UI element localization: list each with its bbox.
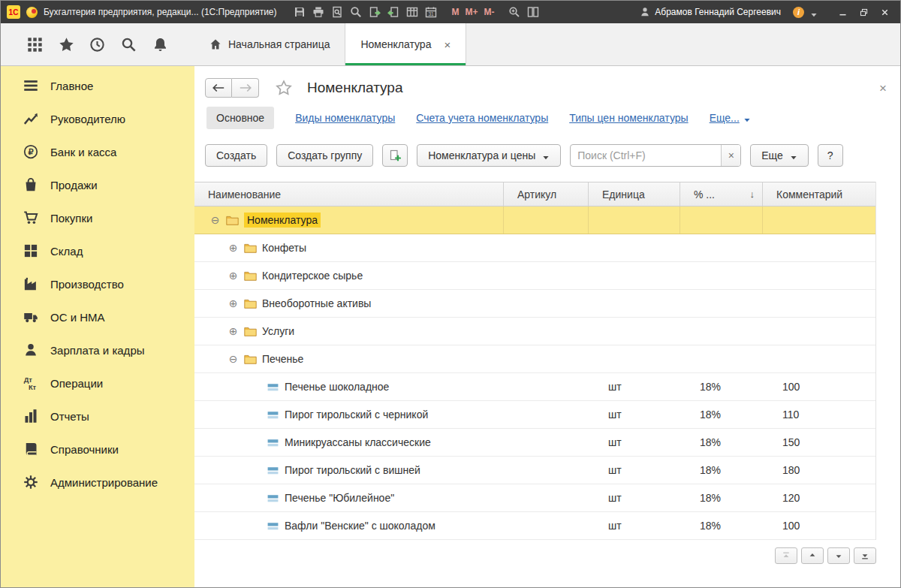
collapse-icon[interactable]: ⊖ [228, 354, 239, 364]
save-icon[interactable] [294, 6, 306, 18]
expand-icon[interactable]: ⊕ [228, 326, 239, 336]
table-row[interactable]: ⊕Услуги [194, 318, 875, 345]
1c-ball-icon [26, 7, 38, 18]
expand-icon[interactable]: ⊕ [228, 243, 239, 253]
column-header-vat[interactable]: % ...↓ [680, 182, 763, 206]
zoom-icon[interactable] [508, 6, 520, 18]
sidebar-item-label: Производство [50, 278, 124, 291]
sidebar-item-reports[interactable]: Отчеты [1, 400, 194, 433]
titlebar: 1С Бухгалтерия предприятия, редакци... (… [1, 1, 900, 23]
favorites-button[interactable] [59, 37, 74, 53]
table-row[interactable]: Пирог тирольский с черникойшт18%110 [194, 401, 875, 429]
copy-to-clipboard-icon[interactable] [387, 6, 399, 18]
sidebar-item-manager[interactable]: Руководителю [1, 102, 194, 135]
create-button[interactable]: Создать [205, 144, 267, 167]
cell-article [504, 318, 589, 345]
main-menu-button[interactable] [27, 37, 43, 53]
column-header-unit[interactable]: Единица [589, 182, 680, 206]
history-back-button[interactable] [205, 78, 232, 98]
sidebar-item-sales[interactable]: Продажи [1, 168, 194, 201]
sidebar-item-operations[interactable]: ДтКтОперации [1, 366, 194, 400]
create-group-button[interactable]: Создать группу [276, 144, 373, 167]
search-clear-icon[interactable]: × [721, 145, 740, 166]
sidebar-item-salary-hr[interactable]: Зарплата и кадры [1, 333, 194, 366]
nav-link-nomenclature-kinds[interactable]: Виды номенклатуры [295, 112, 395, 124]
cell-name: ⊕Кондитерское сырье [194, 262, 504, 289]
memory-button[interactable]: М- [484, 7, 495, 17]
sidebar-item-catalogs[interactable]: Справочники [1, 433, 194, 466]
collapse-icon[interactable]: ⊖ [209, 215, 221, 225]
expand-icon[interactable]: ⊕ [228, 270, 239, 281]
list-page-down-button[interactable] [827, 547, 850, 564]
expand-icon[interactable]: ⊕ [228, 298, 239, 309]
restore-button[interactable] [854, 4, 873, 20]
page-header: Номенклатура × [194, 66, 900, 105]
sidebar-item-production[interactable]: Производство [1, 267, 194, 300]
table-row[interactable]: ⊕Конфеты [194, 234, 875, 262]
sidebar-item-bank-cash[interactable]: ₽Банк и касса [1, 135, 194, 168]
sidebar-item-main[interactable]: Главное [1, 69, 194, 102]
nav-link-main[interactable]: Основное [206, 107, 274, 129]
split-view-icon[interactable] [527, 6, 539, 18]
more-button[interactable]: Еще [750, 144, 809, 167]
tab-home[interactable]: Начальная страница [194, 23, 345, 65]
find-icon[interactable] [350, 6, 362, 18]
bag-icon [23, 177, 38, 192]
history-forward-button[interactable] [232, 78, 259, 98]
memory-button[interactable]: М [452, 7, 460, 17]
sidebar-item-administration[interactable]: Администрирование [1, 466, 194, 499]
search-input[interactable] [571, 149, 721, 161]
show-table-icon[interactable] [406, 6, 418, 18]
favorite-star-icon[interactable] [276, 80, 292, 96]
info-icon[interactable]: i [793, 7, 804, 18]
table-row[interactable]: Пирог тирольский с вишнейшт18%180 [194, 457, 875, 484]
calculator-memory-buttons: ММ+М- [452, 7, 495, 17]
row-name: Конфеты [262, 242, 306, 254]
nav-link-nomenclature-accounts[interactable]: Счета учета номенклатуры [416, 112, 548, 124]
current-user-button[interactable]: Абрамов Геннадий Сергеевич [640, 7, 781, 17]
nomenclature-prices-dropdown[interactable]: Номенклатура и цены [417, 144, 561, 167]
list-go-bottom-button[interactable] [854, 547, 876, 564]
sidebar-item-fixed-assets[interactable]: ОС и НМА [1, 300, 194, 333]
help-button[interactable]: ? [818, 144, 843, 167]
list-page-up-button[interactable] [801, 547, 824, 564]
table-row[interactable]: ⊕Внеоборотные активы [194, 290, 875, 318]
column-header-article[interactable]: Артикул [504, 182, 589, 206]
table-row[interactable]: Печенье шоколадноешт18%100 [194, 373, 875, 401]
notifications-button[interactable] [152, 37, 168, 53]
print-preview-icon[interactable] [331, 6, 343, 18]
page-close-icon[interactable]: × [879, 82, 887, 95]
nav-link-label: Типы цен номенклатуры [569, 112, 688, 124]
grid-icon [23, 243, 38, 258]
cell-name: Печенье "Юбилейное" [194, 484, 504, 511]
table-row[interactable]: ⊖Печенье [194, 345, 875, 373]
sidebar-item-purchases[interactable]: Покупки [1, 201, 194, 234]
column-header-name[interactable]: Наименование [194, 182, 504, 206]
history-button[interactable] [89, 37, 105, 53]
table-row[interactable]: ⊖Номенклатура [194, 207, 875, 234]
print-icon[interactable] [312, 6, 324, 18]
chevron-down-icon[interactable] [810, 8, 818, 16]
column-header-comment[interactable]: Комментарий [763, 182, 875, 206]
nav-link-more[interactable]: Еще... [710, 112, 751, 124]
minimize-button[interactable] [833, 4, 852, 20]
sidebar-item-label: Администрирование [50, 476, 158, 489]
calendar-icon[interactable]: 31 [425, 6, 437, 18]
table-row[interactable]: Миникруассаны классическиешт18%150 [194, 429, 875, 457]
table-row[interactable]: ⊕Кондитерское сырье [194, 262, 875, 290]
row-name: Внеоборотные активы [262, 297, 371, 309]
tab-close-icon[interactable]: × [444, 38, 450, 51]
sidebar-item-warehouse[interactable]: Склад [1, 234, 194, 267]
create-copy-button[interactable] [382, 144, 408, 167]
cell-comment [763, 207, 875, 234]
global-search-button[interactable] [121, 37, 137, 53]
cell-name: Печенье шоколадное [194, 373, 504, 400]
close-button[interactable] [875, 4, 894, 20]
list-go-top-button[interactable] [775, 547, 797, 564]
nav-link-price-types[interactable]: Типы цен номенклатуры [569, 112, 688, 124]
paste-from-clipboard-icon[interactable] [369, 6, 381, 18]
table-row[interactable]: Вафли "Венские" с шоколадомшт18%100 [194, 512, 875, 540]
memory-button[interactable]: М+ [466, 7, 478, 17]
table-row[interactable]: Печенье "Юбилейное"шт18%120 [194, 484, 875, 512]
tab-nomenklatura[interactable]: Номенклатура × [345, 23, 466, 65]
